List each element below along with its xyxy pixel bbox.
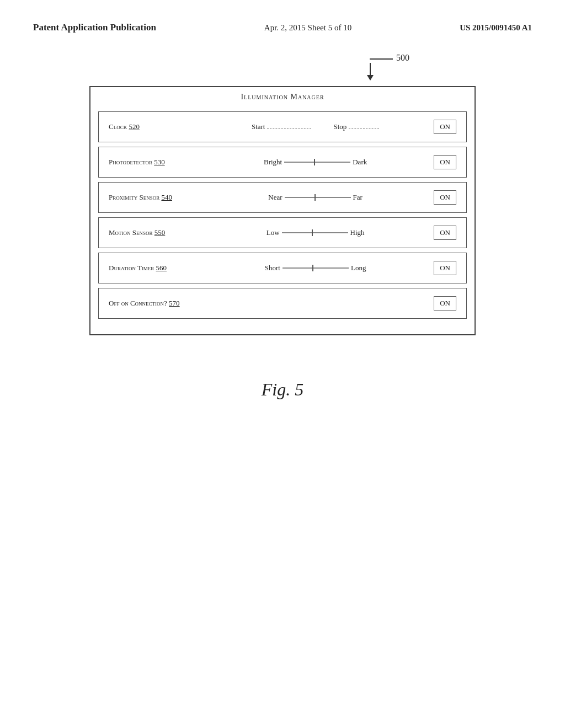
- proximity-slider-tick: [315, 194, 316, 201]
- diagram-number-label: 500: [396, 53, 409, 63]
- photodetector-right-label: Dark: [353, 158, 367, 167]
- duration-right-label: Long: [351, 264, 366, 272]
- diagram-arrow: 500: [370, 55, 409, 81]
- proximity-sensor-row: Proximity Sensor 540 Near Far ON: [98, 182, 467, 213]
- arrow-vertical-line: [370, 63, 371, 75]
- clock-stop: Stop: [333, 122, 379, 131]
- photodetector-label: Photodetector 530: [109, 158, 197, 167]
- proximity-label-text: Proximity Sensor: [109, 193, 161, 201]
- duration-slider-tick: [312, 265, 313, 271]
- header-left: Patent Application Publication: [33, 22, 156, 33]
- page: Patent Application Publication Apr. 2, 2…: [0, 0, 565, 728]
- duration-timer-row: Duration Timer 560 Short Long ON: [98, 253, 467, 283]
- photodetector-label-text: Photodetector: [109, 158, 154, 166]
- motion-right-label: High: [350, 228, 365, 237]
- off-on-connection-number: 570: [169, 299, 180, 307]
- clock-label: Clock 520: [109, 122, 197, 131]
- header-right: US 2015/0091450 A1: [460, 23, 532, 33]
- clock-on-button[interactable]: ON: [434, 120, 456, 134]
- clock-stop-label: Stop: [333, 122, 347, 131]
- motion-on-button[interactable]: ON: [434, 226, 456, 240]
- clock-controls: Start Stop: [197, 122, 434, 131]
- duration-on-button[interactable]: ON: [434, 261, 456, 275]
- motion-sensor-row: Motion Sensor 550 Low High ON: [98, 217, 467, 248]
- motion-left-label: Low: [266, 228, 280, 237]
- clock-start-line: [267, 129, 311, 129]
- duration-slider-area: Short Long: [197, 264, 434, 272]
- duration-label-text: Duration Timer: [109, 264, 156, 272]
- proximity-left-label: Near: [268, 193, 282, 202]
- off-on-label-text: Off on Connection?: [109, 299, 169, 307]
- photodetector-slider-area: Bright Dark: [197, 158, 434, 167]
- figure-caption: Fig. 5: [262, 379, 303, 400]
- arrow-down-triangle: [367, 75, 374, 81]
- figure-area: 500 Illumination Manager Clock 520 Start: [33, 55, 532, 400]
- photodetector-number: 530: [154, 158, 165, 166]
- diagram-label-container: 500: [89, 55, 476, 81]
- photodetector-slider-tick: [314, 159, 315, 165]
- clock-number: 520: [129, 122, 140, 131]
- duration-left-label: Short: [265, 264, 280, 272]
- off-on-connection-row: Off on Connection? 570 ON: [98, 288, 467, 319]
- motion-slider-track[interactable]: [282, 232, 348, 233]
- proximity-sensor-number: 540: [161, 193, 172, 201]
- proximity-on-button[interactable]: ON: [434, 190, 456, 205]
- motion-sensor-label: Motion Sensor 550: [109, 228, 197, 237]
- photodetector-slider-track[interactable]: [284, 162, 350, 163]
- photodetector-on-button[interactable]: ON: [434, 155, 456, 169]
- duration-slider-track[interactable]: [282, 267, 349, 269]
- main-box-title: Illumination Manager: [90, 93, 475, 104]
- main-box: Illumination Manager Clock 520 Start Sto…: [89, 86, 476, 335]
- arrow-horizontal-line: [370, 58, 393, 60]
- header-center: Apr. 2, 2015 Sheet 5 of 10: [264, 23, 351, 33]
- motion-label-text: Motion Sensor: [109, 228, 154, 237]
- clock-stop-line: [349, 129, 379, 129]
- proximity-right-label: Far: [353, 193, 363, 202]
- proximity-sensor-label: Proximity Sensor 540: [109, 193, 197, 202]
- proximity-slider-area: Near Far: [197, 193, 434, 202]
- proximity-slider-track[interactable]: [285, 197, 351, 198]
- motion-sensor-number: 550: [154, 228, 166, 237]
- motion-slider-tick: [312, 229, 313, 236]
- photodetector-row: Photodetector 530 Bright Dark ON: [98, 147, 467, 178]
- clock-start-label: Start: [252, 122, 265, 131]
- off-on-connection-on-button[interactable]: ON: [434, 296, 456, 311]
- clock-start: Start: [252, 122, 312, 131]
- duration-timer-label: Duration Timer 560: [109, 264, 197, 272]
- photodetector-left-label: Bright: [264, 158, 282, 167]
- off-on-connection-label: Off on Connection? 570: [109, 299, 230, 308]
- clock-row: Clock 520 Start Stop ON: [98, 111, 467, 142]
- header: Patent Application Publication Apr. 2, 2…: [33, 22, 532, 33]
- duration-timer-number: 560: [156, 264, 167, 272]
- motion-slider-area: Low High: [197, 228, 434, 237]
- clock-label-text: Clock: [109, 122, 129, 131]
